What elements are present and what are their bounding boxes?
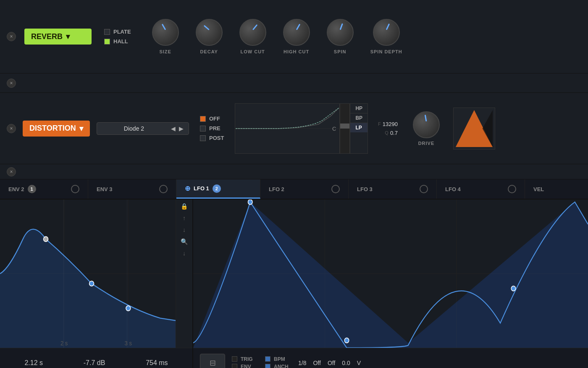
lfo-rate-val: 1/8 <box>298 360 306 366</box>
empty-slot-1: × <box>0 74 588 93</box>
filter-post-option[interactable]: POST <box>200 135 224 141</box>
reverb-knobs: SIZE DECAY LOW CUT HIGH CUT SPIN SPIN DE… <box>152 19 581 54</box>
distortion-prev-arrow[interactable]: ◀ <box>171 125 176 132</box>
lfo-file-button[interactable]: ⊟ <box>200 354 225 368</box>
grid-line-1 <box>63 200 64 348</box>
reverb-spin-knob[interactable] <box>327 19 354 46</box>
empty-slot-2-close[interactable]: × <box>7 167 16 176</box>
lfo-anch-label: ANCH <box>274 364 291 368</box>
lfo-params-right: BPM ANCH <box>265 356 291 368</box>
filter-off-option[interactable]: OFF <box>200 116 224 122</box>
tab-lfo4-label: LFO 4 <box>445 186 461 192</box>
reverb-hall-label: HALL <box>113 38 128 45</box>
filter-pre-checkbox[interactable] <box>200 126 206 131</box>
filter-post-checkbox[interactable] <box>200 135 206 141</box>
tab-env2-circle <box>71 185 79 193</box>
filter-pre-option[interactable]: PRE <box>200 125 224 131</box>
tab-env2[interactable]: ENV 2 1 <box>0 179 88 199</box>
filter-pre-label: PRE <box>209 125 220 131</box>
reverb-plate-checkbox[interactable] <box>104 29 110 35</box>
distortion-preset-arrows: ◀ ▶ <box>171 125 184 132</box>
tab-lfo2[interactable]: LFO 2 <box>260 179 349 199</box>
reverb-lowcut-label: LOW CUT <box>240 49 265 54</box>
svg-point-9 <box>44 237 48 242</box>
env-controls: 🔒 ↑ ↓ 🔍 ↓ <box>176 200 192 348</box>
lfo-bpm-checkbox[interactable] <box>265 356 270 362</box>
filter-type-buttons: HP BP LP <box>350 103 368 154</box>
env-lock-icon[interactable]: 🔒 <box>181 203 188 210</box>
env-release-val: 754 ms <box>146 359 168 367</box>
reverb-lowcut-knob[interactable] <box>239 19 266 46</box>
lfo-anch-checkbox[interactable] <box>265 364 270 368</box>
reverb-size-knob[interactable] <box>152 19 179 46</box>
env-zoom-icon[interactable]: 🔍 <box>181 238 188 245</box>
tab-env3[interactable]: ENV 3 <box>88 179 176 199</box>
tab-lfo1[interactable]: ⊕ LFO 1 2 <box>176 179 260 199</box>
filter-q-value: 0.7 <box>390 130 398 136</box>
reverb-highcut-knob[interactable] <box>283 19 310 46</box>
env-bottom: 2.12 s -7.7 dB 754 ms <box>0 348 192 368</box>
filter-off-checkbox[interactable] <box>200 116 206 122</box>
tab-lfo3[interactable]: LFO 3 <box>349 179 437 199</box>
reverb-size-group: SIZE <box>152 19 179 54</box>
filter-c-label: C <box>332 125 336 131</box>
tab-lfo2-circle <box>331 185 340 193</box>
distortion-dropdown-arrow: ▾ <box>79 124 83 133</box>
reverb-close-button[interactable]: × <box>7 32 16 41</box>
filter-vert-slider[interactable] <box>340 103 350 154</box>
grid-line-2 <box>127 200 127 348</box>
tab-lfo2-label: LFO 2 <box>269 186 284 192</box>
env-level-val: -7.7 dB <box>84 359 105 367</box>
svg-point-19 <box>344 338 349 343</box>
reverb-decay-knob[interactable] <box>196 19 223 46</box>
reverb-option-hall[interactable]: HALL <box>104 38 131 45</box>
filter-hp-btn[interactable]: HP <box>350 104 368 113</box>
empty-slot-1-close[interactable]: × <box>7 79 16 88</box>
filter-bp-btn[interactable]: BP <box>350 113 368 123</box>
filter-off-label: OFF <box>209 116 220 122</box>
reverb-spindepth-group: SPIN DEPTH <box>370 19 402 54</box>
lfo-bottom: ⊟ TRIG ENV BPM ANCH <box>193 348 588 368</box>
drive-knob[interactable] <box>413 111 440 138</box>
lfo-env-checkbox[interactable] <box>232 364 237 368</box>
lfo-depth-val: 0.0 <box>342 360 350 366</box>
distortion-close-button[interactable]: × <box>7 124 16 133</box>
filter-freq-param: F 13290 <box>378 121 398 127</box>
lfo-vel-val: V <box>357 360 361 366</box>
distortion-preset-name: Diode 2 <box>102 125 166 132</box>
lfo-trig-row: TRIG <box>232 356 258 362</box>
filter-slider-handle[interactable] <box>340 124 349 129</box>
tab-vel-label: VEL <box>533 186 544 192</box>
reverb-hall-checkbox[interactable] <box>104 39 110 45</box>
tab-lfo1-label: LFO 1 <box>194 185 209 192</box>
reverb-plugin-label[interactable]: REVERB ▾ <box>24 29 92 45</box>
reverb-section: × REVERB ▾ PLATE HALL SIZE DECAY LOW CUT <box>0 0 588 74</box>
tab-lfo4-circle <box>508 185 516 193</box>
distortion-plugin-label[interactable]: DISTORTION ▾ <box>23 121 90 137</box>
env-collapse-icon[interactable]: ↓ <box>183 250 186 257</box>
lfo-env-row: ENV <box>232 364 258 368</box>
env-down-icon[interactable]: ↓ <box>183 226 186 233</box>
reverb-highcut-group: HIGH CUT <box>283 19 310 54</box>
lfo-trig-checkbox[interactable] <box>232 356 237 362</box>
tab-vel[interactable]: VEL <box>525 179 588 199</box>
reverb-plate-label: PLATE <box>113 29 131 35</box>
filter-freq-icon: F <box>378 121 381 126</box>
reverb-spin-label: SPIN <box>334 49 346 54</box>
distortion-preset-selector[interactable]: Diode 2 ◀ ▶ <box>97 122 189 135</box>
tab-lfo4[interactable]: LFO 4 <box>437 179 525 199</box>
tab-bar: ENV 2 1 ENV 3 ⊕ LFO 1 2 LFO 2 LFO 3 LFO … <box>0 179 588 200</box>
svg-point-10 <box>89 281 94 286</box>
env-panel: 2 s 3 s 🔒 ↑ ↓ 🔍 ↓ 2.12 s -7.7 dB 754 ms <box>0 200 193 368</box>
lfo-graph[interactable] <box>193 200 588 348</box>
reverb-decay-label: DECAY <box>200 49 218 54</box>
reverb-spindepth-knob[interactable] <box>373 19 400 46</box>
distortion-next-arrow[interactable]: ▶ <box>179 125 184 132</box>
reverb-option-plate[interactable]: PLATE <box>104 29 131 35</box>
env-up-icon[interactable]: ↑ <box>183 215 186 221</box>
filter-graph[interactable]: C <box>235 103 340 154</box>
env-graph[interactable]: 2 s 3 s 🔒 ↑ ↓ 🔍 ↓ <box>0 200 192 348</box>
lfo-params-left: TRIG ENV <box>232 356 258 368</box>
filter-lp-btn[interactable]: LP <box>350 123 368 132</box>
filter-options: OFF PRE POST <box>200 116 224 141</box>
